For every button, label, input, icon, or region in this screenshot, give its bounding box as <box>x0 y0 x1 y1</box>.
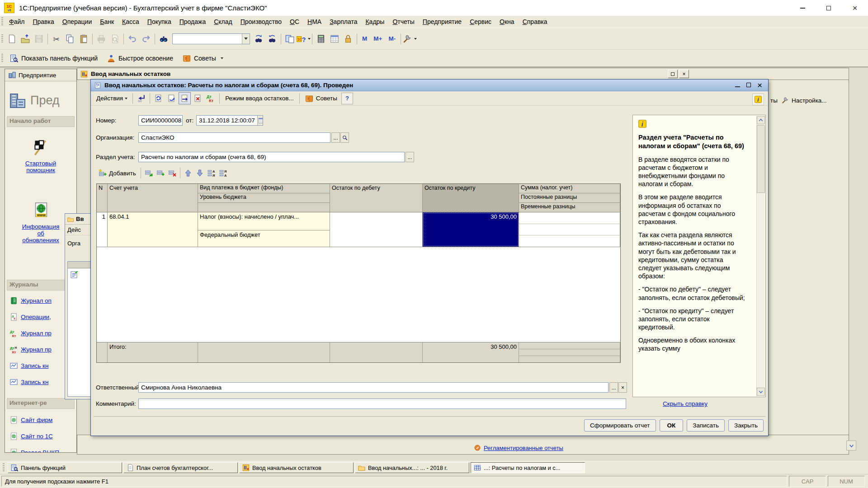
menu-item-16[interactable]: Окна <box>495 18 519 25</box>
partial-window-actions-button[interactable]: Дейс <box>65 225 91 235</box>
delete-row-button[interactable] <box>167 168 178 178</box>
reread-button[interactable] <box>152 92 165 104</box>
close-button[interactable]: × <box>842 0 868 16</box>
internet-link-1[interactable]: Сайт по 1С <box>21 433 53 440</box>
close-dialog-button[interactable]: Закрыть <box>728 419 764 432</box>
journal-link-0[interactable]: Журнал оп <box>21 297 52 304</box>
dialog-maximize-button[interactable] <box>746 82 751 89</box>
tips-button[interactable]: ? Советы <box>302 93 340 104</box>
internet-item-2[interactable]: Раздел ВЦКП <box>9 448 76 453</box>
menu-item-8[interactable]: Производство <box>236 18 286 25</box>
table-empty-area[interactable] <box>97 247 620 342</box>
menu-item-2[interactable]: Операции <box>58 18 96 25</box>
unpost-document-button[interactable] <box>192 92 204 104</box>
dialog-close-button[interactable]: × <box>757 81 762 89</box>
internet-item-0[interactable]: Сайт фирм <box>9 415 76 424</box>
start-helper-item[interactable]: Стартовый помощник <box>5 138 76 174</box>
help-button[interactable]: ? <box>341 93 353 104</box>
help-scrollbar[interactable] <box>756 116 764 396</box>
taskbar-button-2[interactable]: Ввод начальных остатков <box>239 462 354 473</box>
cell-payment[interactable]: Налог (взносы): начислено / уплач... <box>198 212 330 230</box>
menu-item-17[interactable]: Справка <box>519 18 552 25</box>
save-button[interactable]: Записать <box>687 419 725 432</box>
edit-row-button[interactable] <box>155 168 166 178</box>
journal-link-5[interactable]: Запись кн <box>21 379 48 385</box>
restore-button[interactable] <box>816 0 842 16</box>
paste-button[interactable] <box>77 33 90 45</box>
show-function-panel-button[interactable]: Показать панель функций <box>5 54 102 63</box>
cut-button[interactable]: ✂ <box>50 33 63 45</box>
sort-asc-button[interactable]: АЯ <box>206 168 217 178</box>
comment-field[interactable] <box>138 399 626 409</box>
lock-button[interactable] <box>342 33 354 45</box>
print-button[interactable] <box>95 33 108 45</box>
cell-budget-level[interactable]: Федеральный бюджет <box>198 230 330 247</box>
menu-item-10[interactable]: НМА <box>303 18 326 25</box>
cell-debit[interactable] <box>330 212 423 247</box>
journal-link-2[interactable]: Журнал пр <box>21 330 52 337</box>
section-select-button[interactable]: ... <box>406 152 414 162</box>
hide-help-link[interactable]: Скрыть справку <box>663 400 708 407</box>
post-document-button[interactable] <box>179 92 191 104</box>
quick-start-button[interactable]: Быстрое освоение <box>102 54 178 63</box>
menu-item-11[interactable]: Зарплата <box>326 18 361 25</box>
menu-item-4[interactable]: Касса <box>118 18 143 25</box>
new-doc-button[interactable] <box>5 33 18 45</box>
workspace-scroll-down-button[interactable] <box>846 441 856 450</box>
menu-item-6[interactable]: Продажа <box>175 18 210 25</box>
journal-link-3[interactable]: Журнал пр <box>21 346 52 353</box>
balance-mode-button[interactable]: Режим ввода остатков... <box>222 94 297 103</box>
copy-special-button[interactable] <box>283 33 296 45</box>
save-button[interactable] <box>33 33 45 45</box>
menu-item-13[interactable]: Отчеты <box>388 18 418 25</box>
memory-button-M-[interactable]: M- <box>386 33 398 45</box>
menu-item-14[interactable]: Предприятие <box>419 18 466 25</box>
copy-row-button[interactable] <box>143 168 154 178</box>
cell-credit-selected[interactable]: 30 500,00 <box>423 212 519 247</box>
menu-item-1[interactable]: Правка <box>28 18 58 25</box>
organization-field[interactable]: СластиЭКО <box>138 132 330 143</box>
sort-desc-button[interactable]: ЯА <box>218 168 229 178</box>
internet-link-2[interactable]: Раздел ВЦКП <box>21 449 59 453</box>
minimize-button[interactable] <box>789 0 816 16</box>
copy-button[interactable] <box>64 33 76 45</box>
taskbar-button-1[interactable]: План счетов бухгалтерског... <box>123 462 238 473</box>
find-next-button[interactable] <box>252 33 265 45</box>
help-1c-button[interactable]: 1С? <box>297 33 310 45</box>
find-button[interactable] <box>157 33 170 45</box>
taskbar-button-3[interactable]: Ввод начальных...: ... - 2018 г. <box>355 462 469 473</box>
undo-button[interactable] <box>126 33 139 45</box>
chevron-down-icon[interactable] <box>242 34 250 44</box>
find-prev-button[interactable] <box>266 33 278 45</box>
menu-item-9[interactable]: ОС <box>286 18 303 25</box>
cell-sum-group[interactable] <box>519 212 620 247</box>
table-row[interactable]: 1 68.04.1 Налог (взносы): начислено / уп… <box>97 212 620 247</box>
calendar-button[interactable] <box>257 116 263 125</box>
move-up-button[interactable] <box>183 168 193 178</box>
responsible-clear-button[interactable]: × <box>618 382 627 393</box>
tips-button[interactable]: ?Советы <box>178 54 228 63</box>
responsible-field[interactable]: Смирнова Анна Николаевна <box>138 382 609 393</box>
add-row-button[interactable]: Добавить <box>95 168 139 178</box>
menu-item-7[interactable]: Склад <box>210 18 236 25</box>
tab-enterprise[interactable]: Предприятие <box>5 69 76 81</box>
scrollbar-thumb[interactable] <box>757 125 765 193</box>
journal-link-4[interactable]: Запись кн <box>21 362 48 369</box>
memory-button-M+[interactable]: M+ <box>371 33 385 45</box>
copy-document-button[interactable] <box>165 92 178 104</box>
cell-account[interactable]: 68.04.1 <box>108 212 198 247</box>
number-field[interactable]: СИИ00000008 <box>138 115 183 126</box>
date-field[interactable]: 31.12.2018 12:00:07 <box>196 115 263 126</box>
memory-button-M[interactable]: M <box>359 33 370 45</box>
regulated-reports-link[interactable]: Регламентированные отчеты <box>484 445 563 451</box>
start-helper-link[interactable]: Стартовый помощник <box>16 160 66 174</box>
tools-button[interactable] <box>403 33 416 45</box>
ok-button[interactable]: ОК <box>660 419 684 432</box>
redo-button[interactable] <box>140 33 152 45</box>
doc-check-icon[interactable] <box>70 270 79 279</box>
calendar-button[interactable] <box>328 33 341 45</box>
move-down-button[interactable] <box>194 168 205 178</box>
cell-payment-group[interactable]: Налог (взносы): начислено / уплач... Фед… <box>198 212 330 247</box>
dtkt-postings-button[interactable]: ДтКт <box>205 92 217 104</box>
settings-button[interactable]: Настройка... <box>781 96 827 104</box>
